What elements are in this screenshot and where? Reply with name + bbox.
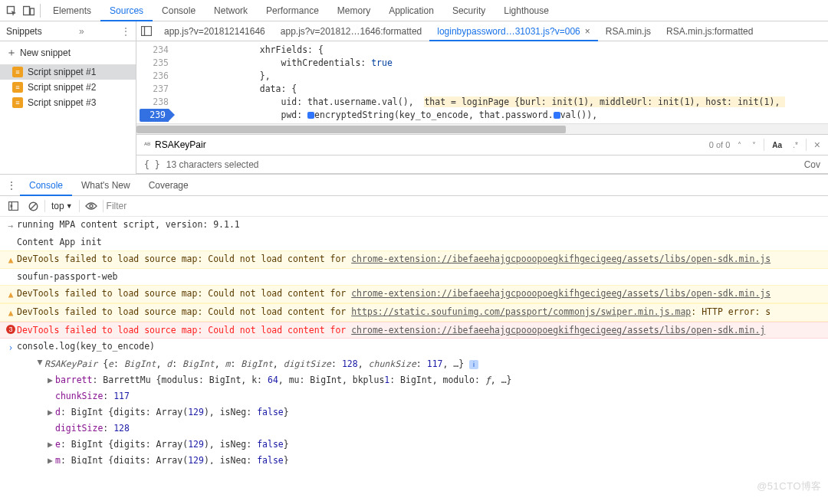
expand-icon[interactable]: ▶ xyxy=(34,360,48,368)
svg-rect-3 xyxy=(142,27,152,36)
device-toolbar-icon[interactable] xyxy=(20,2,37,19)
object-property[interactable]: chunkSize: 117 xyxy=(0,388,828,404)
object-property[interactable]: ▶d: BigInt {digits: Array(129), isNeg: f… xyxy=(0,404,828,421)
warning-icon: ▲ xyxy=(8,288,14,302)
separator xyxy=(40,4,41,18)
new-snippet-label: New snippet xyxy=(20,47,71,58)
source-map-link[interactable]: chrome-extension://ibefaeehajgcpooopoegk… xyxy=(351,325,765,335)
expand-icon[interactable]: ▶ xyxy=(48,453,55,464)
snippets-header: Snippets » ⋮ xyxy=(0,21,136,41)
console-err: 3DevTools failed to load source map: Cou… xyxy=(0,322,828,339)
inspect-icon[interactable] xyxy=(3,2,20,19)
separator xyxy=(764,139,764,151)
tab-console[interactable]: Console xyxy=(153,0,205,21)
console-input: ›console.log(key_to_encode) xyxy=(0,339,828,356)
snippet-item[interactable]: ≡Script snippet #3 xyxy=(0,95,136,110)
find-prev-icon[interactable]: ˄ xyxy=(734,141,744,149)
drawer-tab-console[interactable]: Console xyxy=(20,175,72,196)
expand-icon[interactable]: ▶ xyxy=(48,437,55,451)
clear-console-icon[interactable] xyxy=(25,198,41,214)
source-tab[interactable]: RSA.min.js xyxy=(598,21,659,41)
object-property[interactable]: ▶barrett: BarrettMu {modulus: BigInt, k:… xyxy=(0,372,828,388)
tab-elements[interactable]: Elements xyxy=(44,0,100,21)
close-icon[interactable]: × xyxy=(585,26,590,37)
svg-line-8 xyxy=(30,203,36,209)
chevron-right-icon: › xyxy=(8,341,14,355)
source-tab[interactable]: RSA.min.js:formatted xyxy=(659,21,761,41)
svg-rect-2 xyxy=(30,8,34,15)
coverage-label[interactable]: Cov xyxy=(804,159,820,170)
tab-application[interactable]: Application xyxy=(380,0,443,21)
source-tab[interactable]: app.js?v=201812141646 xyxy=(156,21,273,41)
console-sidebar-toggle-icon[interactable] xyxy=(5,198,21,214)
sources-panel: Snippets » ⋮ ＋ New snippet ≡Script snipp… xyxy=(0,21,828,175)
object-property[interactable]: digitSize: 128 xyxy=(0,421,828,437)
separator xyxy=(806,139,807,151)
console-warn: ▲DevTools failed to load source map: Cou… xyxy=(0,303,828,322)
kebab-icon[interactable]: ⋮ xyxy=(121,26,130,37)
snippet-file-icon: ≡ xyxy=(12,82,23,93)
code-area[interactable]: 234235236237238239 xhrFields: { withCred… xyxy=(136,41,828,123)
tab-memory[interactable]: Memory xyxy=(328,0,380,21)
console-warn: ▲DevTools failed to load source map: Cou… xyxy=(0,250,828,269)
snippets-pane: Snippets » ⋮ ＋ New snippet ≡Script snipp… xyxy=(0,21,136,174)
source-map-link[interactable]: chrome-extension://ibefaeehajgcpooopoegk… xyxy=(351,288,770,299)
separator xyxy=(44,200,45,212)
replace-icon[interactable]: ᴬᴮ xyxy=(144,141,150,149)
eye-icon[interactable] xyxy=(83,198,100,214)
separator xyxy=(103,200,104,212)
tab-network[interactable]: Network xyxy=(205,0,257,21)
snippet-item[interactable]: ≡Script snippet #2 xyxy=(0,80,136,95)
info-icon[interactable]: i xyxy=(469,360,478,369)
svg-rect-1 xyxy=(23,6,29,15)
chevron-right-icon[interactable]: » xyxy=(79,26,84,37)
expand-icon[interactable]: ▶ xyxy=(48,405,55,419)
warning-icon: ▲ xyxy=(8,306,14,320)
drawer-tab-coverage[interactable]: Coverage xyxy=(140,175,198,196)
console-warn: ▲DevTools failed to load source map: Cou… xyxy=(0,285,828,303)
horizontal-scrollbar[interactable] xyxy=(136,123,828,134)
file-nav-icon[interactable] xyxy=(136,21,156,41)
code-lines[interactable]: xhrFields: { withCredentials: true }, da… xyxy=(175,41,828,123)
error-icon: 3 xyxy=(6,325,15,334)
devtools-main-tabs: ElementsSourcesConsoleNetworkPerformance… xyxy=(0,0,828,21)
expand-icon[interactable]: ▶ xyxy=(48,373,55,387)
tab-performance[interactable]: Performance xyxy=(257,0,328,21)
snippet-label: Script snippet #2 xyxy=(28,82,96,93)
snippet-item[interactable]: ≡Script snippet #1 xyxy=(0,64,136,80)
new-snippet-button[interactable]: ＋ New snippet xyxy=(0,41,136,64)
context-selector[interactable]: top ▼ xyxy=(48,199,76,213)
scrollbar-thumb[interactable] xyxy=(136,126,566,133)
find-input[interactable] xyxy=(155,139,705,150)
match-case-button[interactable]: Aa xyxy=(769,141,785,149)
snippet-label: Script snippet #1 xyxy=(28,67,96,77)
watermark: @51CTO博客 xyxy=(757,479,822,493)
tab-lighthouse[interactable]: Lighthouse xyxy=(495,0,558,21)
braces-icon[interactable]: { } xyxy=(144,159,160,170)
regex-button[interactable]: .* xyxy=(790,141,801,149)
snippets-label: Snippets xyxy=(6,26,42,37)
editor-status-bar: { } 13 characters selected Cov xyxy=(136,155,828,174)
svg-rect-5 xyxy=(8,202,18,211)
console-log: soufun-passport-web xyxy=(0,269,828,285)
source-tab[interactable]: app.js?v=201812…1646:formatted xyxy=(273,21,429,41)
source-tab[interactable]: loginbypassword…31031.js?v=006× xyxy=(429,21,597,41)
arrow-icon: → xyxy=(8,219,14,233)
close-icon[interactable]: × xyxy=(811,139,823,151)
filter-input[interactable] xyxy=(107,201,823,211)
snippet-file-icon: ≡ xyxy=(12,67,23,77)
tab-security[interactable]: Security xyxy=(443,0,495,21)
console-object[interactable]: ▶RSAKeyPair {e: BigInt, d: BigInt, m: Bi… xyxy=(0,356,828,372)
object-property[interactable]: ▶e: BigInt {digits: Array(129), isNeg: f… xyxy=(0,437,828,453)
source-map-link[interactable]: chrome-extension://ibefaeehajgcpooopoegk… xyxy=(351,254,770,264)
kebab-icon[interactable]: ⋮ xyxy=(3,180,20,191)
source-file-tabs: app.js?v=201812141646app.js?v=201812…164… xyxy=(136,21,828,41)
drawer-tab-what-s-new[interactable]: What's New xyxy=(72,175,140,196)
tab-sources[interactable]: Sources xyxy=(100,0,153,21)
console-output[interactable]: →running MPA content script, version: 9.… xyxy=(0,217,828,464)
find-next-icon[interactable]: ˅ xyxy=(749,141,759,149)
source-map-link[interactable]: https://static.soufunimg.com/passport/co… xyxy=(351,306,691,317)
warning-icon: ▲ xyxy=(8,254,14,267)
object-property[interactable]: ▶m: BigInt {digits: Array(129), isNeg: f… xyxy=(0,453,828,464)
line-gutter: 234235236237238239 xyxy=(136,41,175,123)
